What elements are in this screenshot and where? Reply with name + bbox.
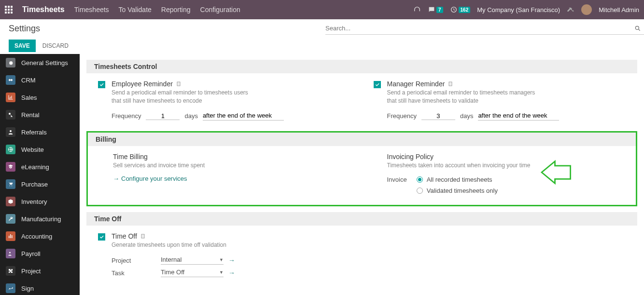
unit-label: days xyxy=(184,112,197,120)
employee-freq-input[interactable] xyxy=(146,112,180,120)
invoicing-policy-title: Invoicing Policy xyxy=(387,153,434,161)
svg-point-3 xyxy=(10,130,12,132)
svg-rect-9 xyxy=(449,82,452,86)
manager-reminder-desc: Send a periodical email reminder to time… xyxy=(387,89,634,105)
sidebar-item-sign[interactable]: Sign xyxy=(0,280,80,295)
radio-validated-only[interactable]: Validated timesheets only xyxy=(417,187,498,194)
header-row: Settings xyxy=(0,19,644,38)
timeoff-title: Time Off xyxy=(112,232,137,240)
menu-timesheets[interactable]: Timesheets xyxy=(74,6,109,13)
employee-reminder-checkbox[interactable] xyxy=(98,81,105,88)
employee-reminder-block: Employee Reminder Send a periodical emai… xyxy=(86,80,362,121)
systray-icon[interactable] xyxy=(413,6,421,13)
task-dropdown[interactable]: Time Off▼ xyxy=(161,268,224,277)
sidebar-item-payroll[interactable]: Payroll xyxy=(0,245,80,262)
menu-to-validate[interactable]: To Validate xyxy=(119,6,152,13)
bars-icon xyxy=(8,233,14,239)
sidebar-item-sales[interactable]: Sales xyxy=(0,89,80,106)
manager-relative-select[interactable] xyxy=(478,112,559,121)
arrow-right-icon: → xyxy=(113,175,119,182)
radio-icon xyxy=(417,176,423,183)
wrench-icon xyxy=(8,216,14,222)
sidebar-item-inventory[interactable]: Inventory xyxy=(0,193,80,210)
globe-icon xyxy=(8,147,14,152)
sidebar-item-rental[interactable]: Rental xyxy=(0,106,80,123)
sign-icon xyxy=(8,285,14,291)
activities-button[interactable]: 162 xyxy=(450,6,471,13)
check-icon xyxy=(375,82,380,87)
sidebar-item-crm[interactable]: CRM xyxy=(0,71,80,89)
invoicing-policy-desc: Timesheets taken into account when invoi… xyxy=(387,161,632,170)
employee-relative-select[interactable] xyxy=(203,112,284,121)
sidebar-item-purchase[interactable]: Purchase xyxy=(0,175,80,193)
configure-services-link[interactable]: →Configure your services xyxy=(113,175,187,182)
company-switcher[interactable]: My Company (San Francisco) xyxy=(477,6,560,13)
caret-down-icon: ▼ xyxy=(219,257,224,262)
app-name: Timesheets xyxy=(22,5,65,14)
menu-reporting[interactable]: Reporting xyxy=(161,6,191,13)
caret-down-icon: ▼ xyxy=(219,270,224,275)
unit-label: days xyxy=(460,112,473,120)
search-input[interactable] xyxy=(325,25,634,32)
timeoff-block: Time Off Generate timesheets upon time o… xyxy=(86,232,362,277)
svg-rect-8 xyxy=(177,82,180,86)
sidebar-item-project[interactable]: Project xyxy=(0,262,80,280)
manager-reminder-checkbox[interactable] xyxy=(374,81,381,88)
messages-button[interactable]: 7 xyxy=(428,6,443,13)
save-button[interactable]: SAVE xyxy=(9,40,36,52)
people-icon xyxy=(8,129,14,135)
clock-icon xyxy=(450,6,458,13)
topbar: Timesheets Timesheets To Validate Report… xyxy=(0,0,644,19)
sidebar-item-manufacturing[interactable]: Manufacturing xyxy=(0,210,80,228)
user-name[interactable]: Mitchell Admin xyxy=(599,6,639,13)
radio-icon xyxy=(417,188,423,194)
sidebar-item-referrals[interactable]: Referrals xyxy=(0,123,80,141)
sidebar-item-elearning[interactable]: eLearning xyxy=(0,158,80,175)
building-icon xyxy=(176,81,182,87)
task-label: Task xyxy=(112,269,155,277)
svg-point-1 xyxy=(635,26,639,29)
invoicing-policy-block: Invoicing Policy Timesheets taken into a… xyxy=(362,153,636,195)
sidebar-item-general[interactable]: General Settings xyxy=(0,54,80,71)
task-external-link[interactable]: → xyxy=(228,269,235,277)
svg-point-6 xyxy=(12,186,13,187)
gear-icon xyxy=(8,60,14,66)
menu-configuration[interactable]: Configuration xyxy=(200,6,240,13)
handshake-icon xyxy=(8,77,14,83)
sidebar-item-accounting[interactable]: Accounting xyxy=(0,228,80,245)
msg-badge: 7 xyxy=(436,7,443,13)
project-dropdown[interactable]: Internal▼ xyxy=(161,256,224,265)
chat-icon xyxy=(428,6,435,13)
svg-point-7 xyxy=(9,252,11,254)
invoice-label: Invoice xyxy=(387,176,407,194)
payroll-icon xyxy=(8,251,14,256)
search-icon[interactable] xyxy=(634,25,641,32)
building-icon xyxy=(448,81,453,87)
chart-icon xyxy=(8,94,14,100)
annotation-arrow xyxy=(537,159,573,187)
check-icon xyxy=(99,82,104,87)
radio-all-recorded[interactable]: All recorded timesheets xyxy=(417,176,498,183)
search-wrap xyxy=(325,22,644,35)
discard-button[interactable]: DISCARD xyxy=(42,42,69,49)
user-avatar[interactable] xyxy=(581,4,592,15)
manager-reminder-block: Manager Reminder Send a periodical email… xyxy=(362,80,638,121)
svg-point-5 xyxy=(10,186,11,187)
manager-freq-input[interactable] xyxy=(421,112,455,120)
section-timeoff-header: Time Off xyxy=(86,212,637,226)
time-billing-block: Time Billing Sell services and invoice t… xyxy=(88,153,362,195)
employee-reminder-title: Employee Reminder xyxy=(112,80,173,88)
cart-icon xyxy=(8,181,14,187)
project-external-link[interactable]: → xyxy=(228,256,235,264)
debug-icon[interactable] xyxy=(567,6,574,13)
settings-sidebar: General Settings CRM Sales Rental Referr… xyxy=(0,54,80,295)
sidebar-item-website[interactable]: Website xyxy=(0,141,80,158)
svg-point-2 xyxy=(9,113,11,115)
puzzle-icon xyxy=(8,268,14,274)
timeoff-desc: Generate timesheets upon time off valida… xyxy=(112,241,358,249)
manager-reminder-title: Manager Reminder xyxy=(387,80,445,88)
apps-icon[interactable] xyxy=(5,6,13,13)
graduation-icon xyxy=(8,164,14,170)
section-billing-header: Billing xyxy=(88,133,636,146)
timeoff-checkbox[interactable] xyxy=(98,233,105,241)
